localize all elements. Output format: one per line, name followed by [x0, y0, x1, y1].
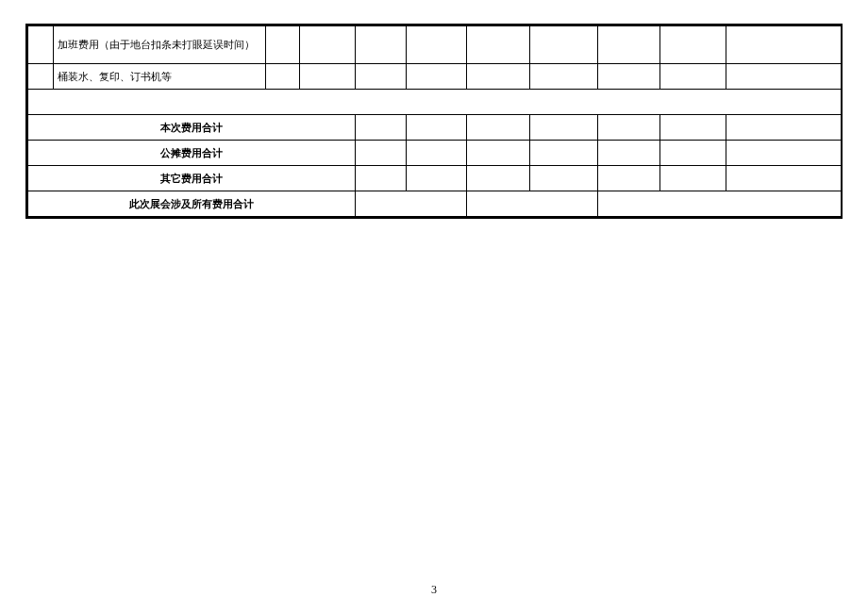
cell-data [407, 115, 467, 141]
cell-data [726, 141, 843, 166]
cell-item-desc: 加班费用（由于地台扣条未打眼延误时间） [54, 26, 266, 64]
cell-data [660, 141, 726, 166]
cell-data [530, 166, 598, 191]
cell-data [598, 166, 660, 191]
cell-data [660, 64, 726, 90]
cell-data [407, 141, 467, 166]
cell-data [598, 141, 660, 166]
cell-data [356, 64, 407, 90]
table-row: 桶装水、复印、订书机等 [28, 64, 843, 90]
cell-data [356, 141, 407, 166]
page-number: 3 [431, 583, 437, 597]
cell-data [726, 166, 843, 191]
cell-subtotal-label: 本次费用合计 [28, 115, 356, 141]
cell-subtotal-label: 其它费用合计 [28, 166, 356, 191]
cell-data [660, 115, 726, 141]
cell-data [726, 64, 843, 90]
cell-data [300, 26, 356, 64]
cell-data-wide [356, 191, 467, 217]
cell-data [266, 64, 300, 90]
cell-data [407, 166, 467, 191]
cell-data [530, 26, 598, 64]
expense-table: 加班费用（由于地台扣条未打眼延误时间） 桶装水、复印、订书机等 [27, 25, 843, 217]
cell-data [467, 115, 530, 141]
cell-data [660, 166, 726, 191]
cell-data [467, 141, 530, 166]
cell-data [660, 26, 726, 64]
cell-blank [28, 64, 54, 90]
cell-data [356, 166, 407, 191]
cell-data [598, 26, 660, 64]
cell-blank-full [28, 90, 843, 115]
cell-data [300, 64, 356, 90]
table-row-subtotal: 本次费用合计 [28, 115, 843, 141]
cell-data [530, 64, 598, 90]
cell-data [598, 115, 660, 141]
cell-data-wide [467, 191, 598, 217]
cell-grandtotal-label: 此次展会涉及所有费用合计 [28, 191, 356, 217]
cell-data [598, 64, 660, 90]
cell-blank [28, 26, 54, 64]
cell-data [467, 26, 530, 64]
cell-data [356, 26, 407, 64]
cell-data-wide [598, 191, 843, 217]
expense-table-container: 加班费用（由于地台扣条未打眼延误时间） 桶装水、复印、订书机等 [25, 24, 843, 219]
table-row-blank [28, 90, 843, 115]
cell-data [530, 141, 598, 166]
cell-data [407, 26, 467, 64]
cell-data [726, 26, 843, 64]
cell-data [467, 64, 530, 90]
cell-data [407, 64, 467, 90]
table-row-subtotal: 其它费用合计 [28, 166, 843, 191]
cell-subtotal-label: 公摊费用合计 [28, 141, 356, 166]
table-row-grandtotal: 此次展会涉及所有费用合计 [28, 191, 843, 217]
table-row: 加班费用（由于地台扣条未打眼延误时间） [28, 26, 843, 64]
cell-data [530, 115, 598, 141]
cell-data [266, 26, 300, 64]
cell-item-desc: 桶装水、复印、订书机等 [54, 64, 266, 90]
table-row-subtotal: 公摊费用合计 [28, 141, 843, 166]
cell-data [467, 166, 530, 191]
cell-data [726, 115, 843, 141]
cell-data [356, 115, 407, 141]
